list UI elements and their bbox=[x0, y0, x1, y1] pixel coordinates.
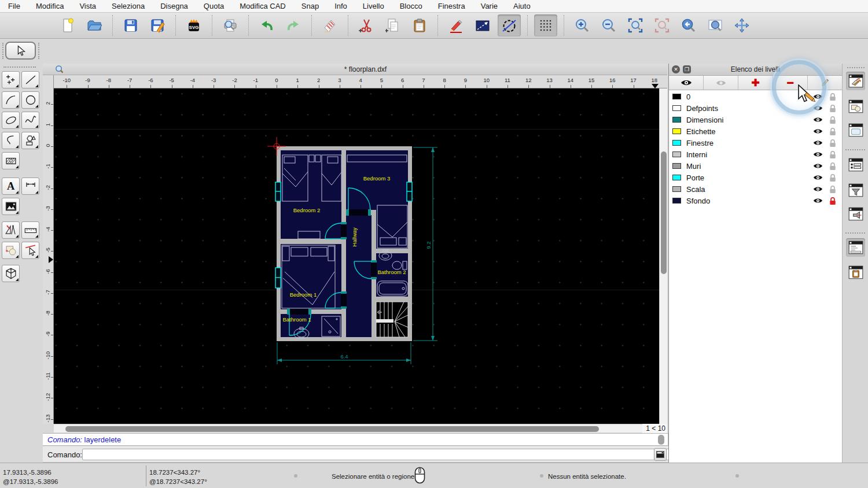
menu-quota[interactable]: Quota bbox=[204, 2, 224, 10]
layer-lock-icon[interactable] bbox=[828, 104, 837, 113]
add-layer-button[interactable]: ✚ bbox=[738, 76, 773, 90]
show-all-layers-button[interactable] bbox=[669, 76, 704, 90]
command-panel-toggle-button[interactable] bbox=[654, 448, 667, 461]
layer-lock-icon[interactable] bbox=[828, 197, 837, 205]
layer-row-porte[interactable]: Porte bbox=[669, 172, 842, 183]
layer-lock-icon[interactable] bbox=[828, 162, 837, 171]
tool-points-button[interactable] bbox=[2, 71, 20, 88]
tool-image-button[interactable] bbox=[2, 198, 20, 215]
dock-selection-filter-button[interactable] bbox=[846, 181, 865, 199]
menu-vista[interactable]: Vista bbox=[79, 2, 96, 10]
menu-aiuto[interactable]: Aiuto bbox=[513, 2, 531, 10]
layer-lock-icon[interactable] bbox=[828, 150, 837, 159]
command-input[interactable] bbox=[82, 449, 684, 460]
toolbar-handle[interactable] bbox=[38, 43, 39, 59]
tool-spline-button[interactable] bbox=[21, 112, 39, 129]
tool-modify-button[interactable] bbox=[21, 242, 39, 259]
layer-lock-icon[interactable] bbox=[828, 139, 837, 147]
tool-text-button[interactable]: A bbox=[2, 178, 20, 195]
tool-draft-tools-button[interactable] bbox=[2, 221, 20, 239]
dock-layer-list-button[interactable] bbox=[846, 72, 865, 90]
zoom-window-button[interactable] bbox=[704, 14, 727, 36]
menu-modifica-cad[interactable]: Modifica CAD bbox=[240, 2, 285, 10]
menu-varie[interactable]: Varie bbox=[481, 2, 498, 10]
toolbar-handle[interactable] bbox=[847, 67, 865, 68]
dock-property-editor-button[interactable] bbox=[846, 156, 865, 174]
tool-hatch-button[interactable] bbox=[2, 152, 20, 169]
layer-row-dimensioni[interactable]: Dimensioni bbox=[669, 114, 842, 125]
layer-row-finestre[interactable]: Finestre bbox=[669, 137, 842, 149]
command-history-scrollbar[interactable] bbox=[658, 435, 664, 445]
layer-visibility-eye-icon[interactable] bbox=[812, 105, 823, 112]
layer-lock-icon[interactable] bbox=[828, 116, 837, 124]
menu-info[interactable]: Info bbox=[334, 2, 347, 10]
layer-row-sfondo[interactable]: Sfondo bbox=[669, 195, 842, 206]
tool-shapes-button[interactable] bbox=[21, 132, 39, 149]
save-button[interactable] bbox=[119, 14, 142, 36]
svg-export-button[interactable]: SVG bbox=[182, 14, 205, 36]
menu-seleziona[interactable]: Seleziona bbox=[112, 2, 145, 10]
horizontal-scrollbar[interactable] bbox=[54, 424, 642, 432]
dock-viewport-button[interactable] bbox=[846, 205, 865, 223]
layer-visibility-eye-icon[interactable] bbox=[812, 151, 823, 158]
tool-measure-button[interactable] bbox=[21, 221, 39, 239]
vertical-scrollbar[interactable] bbox=[659, 88, 667, 424]
draft-mode-button[interactable] bbox=[498, 14, 521, 36]
toolbar-handle[interactable] bbox=[3, 66, 36, 68]
dock-view-list-button[interactable] bbox=[846, 121, 865, 139]
layer-lock-icon[interactable] bbox=[828, 93, 837, 101]
layer-lock-icon[interactable] bbox=[828, 173, 837, 182]
selection-mode-button[interactable] bbox=[471, 14, 494, 36]
save-as-button[interactable] bbox=[146, 14, 169, 36]
tool-blocks-button[interactable] bbox=[2, 242, 20, 259]
zoom-auto-button[interactable] bbox=[624, 14, 647, 36]
layer-visibility-eye-icon[interactable] bbox=[812, 93, 823, 100]
undo-button[interactable] bbox=[255, 14, 278, 36]
hide-all-layers-button[interactable] bbox=[704, 76, 738, 90]
layer-visibility-eye-icon[interactable] bbox=[812, 197, 823, 204]
tool-polyline-button[interactable] bbox=[2, 132, 20, 149]
open-button[interactable] bbox=[83, 14, 106, 36]
zoom-in-button[interactable] bbox=[571, 14, 594, 36]
layer-row-etichette[interactable]: Etichette bbox=[669, 125, 842, 137]
menu-blocco[interactable]: Blocco bbox=[400, 2, 422, 10]
menu-modifica[interactable]: Modifica bbox=[36, 2, 64, 10]
tool-arc-button[interactable] bbox=[2, 91, 20, 109]
close-icon[interactable]: ✕ bbox=[672, 65, 680, 73]
layer-row-interni[interactable]: Interni bbox=[669, 149, 842, 160]
layer-row-scala[interactable]: Scala bbox=[669, 183, 842, 195]
copy-button[interactable] bbox=[381, 14, 404, 36]
layer-visibility-eye-icon[interactable] bbox=[812, 162, 823, 169]
toolbar-handle[interactable] bbox=[2, 43, 3, 59]
layer-visibility-eye-icon[interactable] bbox=[812, 139, 823, 146]
edit-layer-button[interactable] bbox=[808, 76, 842, 90]
horizontal-scrollbar-thumb[interactable] bbox=[65, 426, 599, 432]
menu-disegna[interactable]: Disegna bbox=[160, 2, 188, 10]
tool-ellipse-button[interactable] bbox=[2, 112, 20, 129]
tool-box3d-button[interactable] bbox=[2, 265, 20, 282]
pan-button[interactable] bbox=[730, 14, 753, 36]
layer-lock-icon[interactable] bbox=[828, 185, 837, 194]
dock-clipboard-button[interactable] bbox=[846, 263, 865, 282]
document-titlebar[interactable]: * floorplan.dxf bbox=[43, 64, 667, 75]
layer-visibility-eye-icon[interactable] bbox=[812, 186, 823, 193]
tool-circle-button[interactable] bbox=[21, 91, 39, 109]
pencil-button[interactable] bbox=[444, 14, 468, 36]
select-tool-button[interactable] bbox=[5, 42, 36, 60]
print-preview-button[interactable] bbox=[219, 14, 242, 36]
paste-button[interactable] bbox=[408, 14, 431, 36]
layer-lock-icon[interactable] bbox=[828, 127, 837, 136]
menu-file[interactable]: File bbox=[8, 2, 20, 10]
layer-row-muri[interactable]: Muri bbox=[669, 160, 842, 172]
zoom-previous-button[interactable] bbox=[677, 14, 700, 36]
layer-row-0[interactable]: 0 bbox=[669, 91, 842, 102]
tool-dimension-button[interactable] bbox=[21, 178, 39, 195]
grid-button[interactable] bbox=[534, 14, 557, 36]
dock-command-line-button[interactable] bbox=[846, 238, 865, 257]
redo-button[interactable] bbox=[282, 14, 305, 36]
detach-panel-icon[interactable]: ❐ bbox=[683, 65, 691, 73]
tool-line-button[interactable] bbox=[21, 71, 39, 88]
layer-visibility-eye-icon[interactable] bbox=[812, 128, 823, 135]
eraser-button[interactable] bbox=[318, 14, 341, 36]
dock-block-list-button[interactable] bbox=[846, 97, 865, 116]
